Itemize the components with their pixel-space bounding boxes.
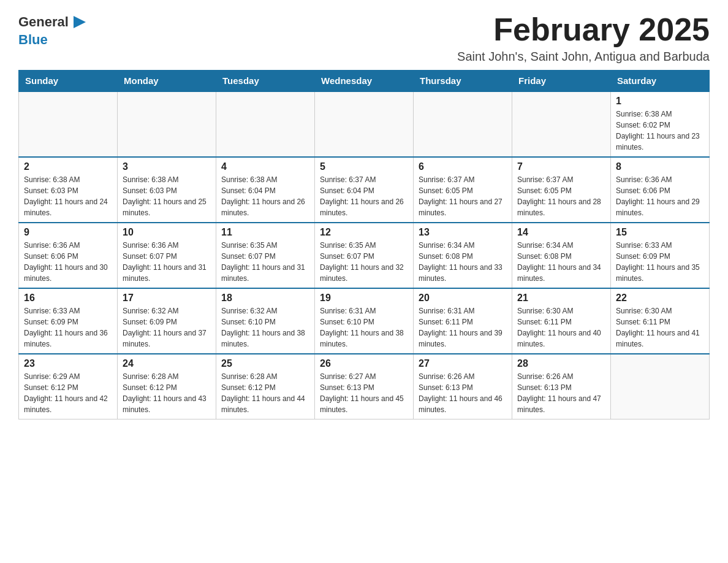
day-info: Sunrise: 6:35 AM Sunset: 6:07 PM Dayligh… (221, 240, 309, 284)
day-info: Sunrise: 6:33 AM Sunset: 6:09 PM Dayligh… (24, 305, 112, 350)
day-info: Sunrise: 6:28 AM Sunset: 6:12 PM Dayligh… (123, 371, 211, 415)
weekday-header-sunday: Sunday (19, 71, 118, 92)
day-info: Sunrise: 6:38 AM Sunset: 6:03 PM Dayligh… (123, 174, 211, 218)
day-number: 7 (517, 161, 605, 172)
calendar-week-5: 23Sunrise: 6:29 AM Sunset: 6:12 PM Dayli… (19, 354, 710, 419)
logo-icon (69, 12, 88, 32)
day-number: 15 (616, 227, 704, 238)
day-info: Sunrise: 6:29 AM Sunset: 6:12 PM Dayligh… (24, 371, 112, 415)
calendar-cell: 2Sunrise: 6:38 AM Sunset: 6:03 PM Daylig… (19, 157, 118, 223)
day-number: 1 (616, 96, 704, 107)
day-info: Sunrise: 6:27 AM Sunset: 6:13 PM Dayligh… (320, 371, 408, 415)
calendar-cell: 18Sunrise: 6:32 AM Sunset: 6:10 PM Dayli… (216, 288, 315, 354)
calendar-cell: 20Sunrise: 6:31 AM Sunset: 6:11 PM Dayli… (414, 288, 512, 354)
calendar-week-2: 2Sunrise: 6:38 AM Sunset: 6:03 PM Daylig… (19, 157, 710, 223)
calendar-cell: 11Sunrise: 6:35 AM Sunset: 6:07 PM Dayli… (216, 223, 315, 288)
calendar-cell: 6Sunrise: 6:37 AM Sunset: 6:05 PM Daylig… (414, 157, 512, 223)
calendar-cell (216, 91, 315, 157)
day-number: 27 (419, 358, 507, 369)
calendar-table: SundayMondayTuesdayWednesdayThursdayFrid… (18, 70, 710, 419)
day-info: Sunrise: 6:36 AM Sunset: 6:06 PM Dayligh… (24, 240, 112, 284)
calendar-cell: 10Sunrise: 6:36 AM Sunset: 6:07 PM Dayli… (118, 223, 216, 288)
day-info: Sunrise: 6:26 AM Sunset: 6:13 PM Dayligh… (517, 371, 605, 415)
day-number: 3 (123, 161, 211, 172)
calendar-week-4: 16Sunrise: 6:33 AM Sunset: 6:09 PM Dayli… (19, 288, 710, 354)
calendar-cell: 15Sunrise: 6:33 AM Sunset: 6:09 PM Dayli… (611, 223, 710, 288)
svg-marker-0 (74, 16, 86, 28)
day-info: Sunrise: 6:34 AM Sunset: 6:08 PM Dayligh… (517, 240, 605, 284)
logo-general-text: General (18, 14, 69, 30)
day-number: 16 (24, 293, 112, 304)
calendar-cell (315, 91, 414, 157)
day-number: 4 (221, 161, 309, 172)
calendar-cell: 1Sunrise: 6:38 AM Sunset: 6:02 PM Daylig… (611, 91, 710, 157)
day-number: 17 (123, 293, 211, 304)
calendar-cell: 8Sunrise: 6:36 AM Sunset: 6:06 PM Daylig… (611, 157, 710, 223)
calendar-cell: 12Sunrise: 6:35 AM Sunset: 6:07 PM Dayli… (315, 223, 414, 288)
calendar-cell: 7Sunrise: 6:37 AM Sunset: 6:05 PM Daylig… (512, 157, 611, 223)
calendar-cell: 21Sunrise: 6:30 AM Sunset: 6:11 PM Dayli… (512, 288, 611, 354)
day-number: 9 (24, 227, 112, 238)
title-area: February 2025 Saint John's, Saint John, … (457, 12, 710, 64)
weekday-header-friday: Friday (512, 71, 611, 92)
calendar-cell: 22Sunrise: 6:30 AM Sunset: 6:11 PM Dayli… (611, 288, 710, 354)
day-info: Sunrise: 6:33 AM Sunset: 6:09 PM Dayligh… (616, 240, 704, 284)
day-number: 24 (123, 358, 211, 369)
day-number: 6 (419, 161, 507, 172)
day-info: Sunrise: 6:38 AM Sunset: 6:04 PM Dayligh… (221, 174, 309, 218)
day-info: Sunrise: 6:32 AM Sunset: 6:09 PM Dayligh… (123, 305, 211, 350)
day-number: 28 (517, 358, 605, 369)
day-number: 23 (24, 358, 112, 369)
calendar-week-1: 1Sunrise: 6:38 AM Sunset: 6:02 PM Daylig… (19, 91, 710, 157)
calendar-cell: 24Sunrise: 6:28 AM Sunset: 6:12 PM Dayli… (118, 354, 216, 419)
day-number: 14 (517, 227, 605, 238)
day-number: 25 (221, 358, 309, 369)
day-number: 26 (320, 358, 408, 369)
day-number: 18 (221, 293, 309, 304)
day-info: Sunrise: 6:30 AM Sunset: 6:11 PM Dayligh… (517, 305, 605, 350)
logo: General Blue (18, 12, 88, 48)
month-title: February 2025 (457, 12, 710, 47)
calendar-cell (512, 91, 611, 157)
day-info: Sunrise: 6:38 AM Sunset: 6:03 PM Dayligh… (24, 174, 112, 218)
calendar-cell: 4Sunrise: 6:38 AM Sunset: 6:04 PM Daylig… (216, 157, 315, 223)
day-info: Sunrise: 6:26 AM Sunset: 6:13 PM Dayligh… (419, 371, 507, 415)
day-number: 8 (616, 161, 704, 172)
day-number: 5 (320, 161, 408, 172)
day-number: 20 (419, 293, 507, 304)
calendar-cell: 3Sunrise: 6:38 AM Sunset: 6:03 PM Daylig… (118, 157, 216, 223)
calendar-cell: 19Sunrise: 6:31 AM Sunset: 6:10 PM Dayli… (315, 288, 414, 354)
calendar-cell (414, 91, 512, 157)
calendar-cell: 13Sunrise: 6:34 AM Sunset: 6:08 PM Dayli… (414, 223, 512, 288)
calendar-cell: 28Sunrise: 6:26 AM Sunset: 6:13 PM Dayli… (512, 354, 611, 419)
calendar-cell: 23Sunrise: 6:29 AM Sunset: 6:12 PM Dayli… (19, 354, 118, 419)
day-info: Sunrise: 6:37 AM Sunset: 6:05 PM Dayligh… (419, 174, 507, 218)
logo-blue-text: Blue (18, 32, 48, 47)
calendar-cell: 14Sunrise: 6:34 AM Sunset: 6:08 PM Dayli… (512, 223, 611, 288)
calendar-cell: 25Sunrise: 6:28 AM Sunset: 6:12 PM Dayli… (216, 354, 315, 419)
day-info: Sunrise: 6:37 AM Sunset: 6:04 PM Dayligh… (320, 174, 408, 218)
day-info: Sunrise: 6:31 AM Sunset: 6:10 PM Dayligh… (320, 305, 408, 350)
day-number: 19 (320, 293, 408, 304)
weekday-header-monday: Monday (118, 71, 216, 92)
day-number: 12 (320, 227, 408, 238)
calendar-cell (611, 354, 710, 419)
calendar-cell: 16Sunrise: 6:33 AM Sunset: 6:09 PM Dayli… (19, 288, 118, 354)
calendar-cell: 26Sunrise: 6:27 AM Sunset: 6:13 PM Dayli… (315, 354, 414, 419)
day-number: 21 (517, 293, 605, 304)
weekday-header-tuesday: Tuesday (216, 71, 315, 92)
day-info: Sunrise: 6:37 AM Sunset: 6:05 PM Dayligh… (517, 174, 605, 218)
day-info: Sunrise: 6:30 AM Sunset: 6:11 PM Dayligh… (616, 305, 704, 350)
header: General Blue February 2025 Saint John's,… (18, 12, 710, 64)
weekday-header-row: SundayMondayTuesdayWednesdayThursdayFrid… (19, 71, 710, 92)
calendar-week-3: 9Sunrise: 6:36 AM Sunset: 6:06 PM Daylig… (19, 223, 710, 288)
day-number: 13 (419, 227, 507, 238)
calendar-cell (118, 91, 216, 157)
day-info: Sunrise: 6:36 AM Sunset: 6:07 PM Dayligh… (123, 240, 211, 284)
day-info: Sunrise: 6:36 AM Sunset: 6:06 PM Dayligh… (616, 174, 704, 218)
calendar-cell: 9Sunrise: 6:36 AM Sunset: 6:06 PM Daylig… (19, 223, 118, 288)
weekday-header-thursday: Thursday (414, 71, 512, 92)
day-info: Sunrise: 6:38 AM Sunset: 6:02 PM Dayligh… (616, 109, 704, 153)
weekday-header-saturday: Saturday (611, 71, 710, 92)
day-info: Sunrise: 6:28 AM Sunset: 6:12 PM Dayligh… (221, 371, 309, 415)
